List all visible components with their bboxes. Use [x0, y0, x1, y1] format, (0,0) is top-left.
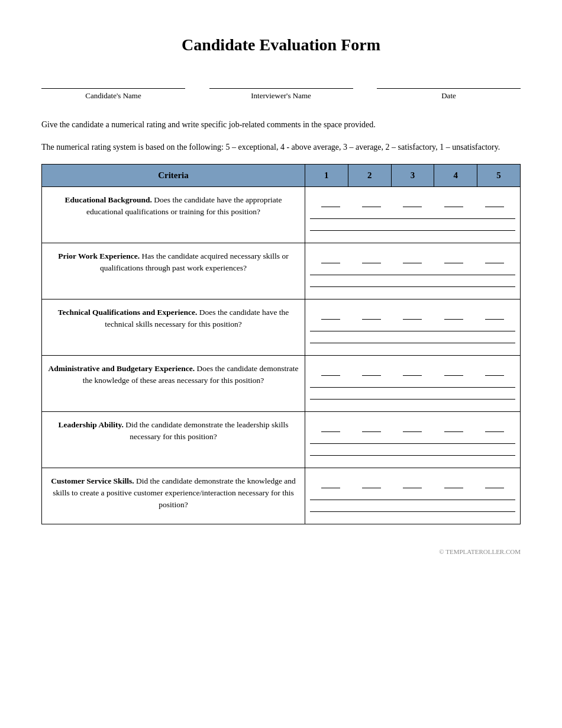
- rating-checkbox-4[interactable]: [444, 368, 463, 376]
- rating-checkbox-5[interactable]: [485, 424, 504, 432]
- rating-checkbox-2[interactable]: [362, 480, 381, 488]
- write-line-1: [310, 436, 515, 444]
- write-line-1: [310, 379, 515, 388]
- rating-checkbox-2[interactable]: [362, 199, 381, 207]
- instruction-1: Give the candidate a numerical rating an…: [41, 118, 521, 131]
- rating-checkbox-3[interactable]: [403, 424, 422, 432]
- rating-checkbox-1[interactable]: [321, 255, 340, 263]
- criteria-cell-customer-service: Customer Service Skills. Did the candida…: [42, 468, 305, 524]
- rating-checkbox-5[interactable]: [485, 311, 504, 320]
- header-criteria: Criteria: [42, 164, 305, 186]
- rating-checkbox-5[interactable]: [485, 255, 504, 263]
- date-field: Date: [377, 78, 521, 101]
- table-row: Technical Qualifications and Experience.…: [42, 299, 521, 355]
- rating-area-leadership-ability[interactable]: [305, 411, 520, 468]
- write-line-1: [310, 267, 515, 275]
- rating-checkbox-2[interactable]: [362, 424, 381, 432]
- interviewer-name-label: Interviewer's Name: [251, 91, 311, 101]
- rating-checkbox-3[interactable]: [403, 368, 422, 376]
- candidate-name-line: [41, 78, 185, 89]
- rating-checkbox-3[interactable]: [403, 255, 422, 263]
- fields-row: Candidate's Name Interviewer's Name Date: [41, 78, 521, 101]
- header-col2: 2: [348, 164, 391, 186]
- rating-checkbox-1[interactable]: [321, 480, 340, 488]
- criteria-cell-prior-work-experience: Prior Work Experience. Has the candidate…: [42, 243, 305, 299]
- candidate-name-label: Candidate's Name: [85, 91, 141, 101]
- rating-area-customer-service[interactable]: [305, 468, 520, 524]
- write-line-2: [310, 391, 515, 400]
- rating-area-administrative-budgetary[interactable]: [305, 355, 520, 411]
- write-line-2: [310, 223, 515, 231]
- candidate-name-field: Candidate's Name: [41, 78, 185, 101]
- rating-checkbox-5[interactable]: [485, 480, 504, 488]
- criteria-cell-administrative-budgetary: Administrative and Budgetary Experience.…: [42, 355, 305, 411]
- write-line-2: [310, 447, 515, 456]
- criteria-cell-educational-background: Educational Background. Does the candida…: [42, 186, 305, 243]
- table-header-row: Criteria 1 2 3 4 5: [42, 164, 521, 186]
- table-row: Educational Background. Does the candida…: [42, 186, 521, 243]
- rating-checkbox-4[interactable]: [444, 424, 463, 432]
- header-col1: 1: [305, 164, 348, 186]
- rating-checkbox-2[interactable]: [362, 368, 381, 376]
- table-row: Leadership Ability. Did the candidate de…: [42, 411, 521, 468]
- criteria-cell-leadership-ability: Leadership Ability. Did the candidate de…: [42, 411, 305, 468]
- rating-checkbox-2[interactable]: [362, 255, 381, 263]
- criteria-cell-technical-qualifications: Technical Qualifications and Experience.…: [42, 299, 305, 355]
- rating-checkbox-3[interactable]: [403, 311, 422, 320]
- rating-area-technical-qualifications[interactable]: [305, 299, 520, 355]
- header-col3: 3: [391, 164, 434, 186]
- write-line-1: [310, 492, 515, 500]
- header-col5: 5: [477, 164, 521, 186]
- rating-checkbox-1[interactable]: [321, 311, 340, 320]
- instruction-2: The numerical rating system is based on …: [41, 141, 521, 154]
- date-label: Date: [441, 91, 456, 101]
- interviewer-name-field: Interviewer's Name: [209, 78, 353, 101]
- write-line-1: [310, 323, 515, 331]
- rating-checkbox-1[interactable]: [321, 199, 340, 207]
- rating-checkbox-4[interactable]: [444, 199, 463, 207]
- write-line-2: [310, 279, 515, 287]
- rating-checkbox-1[interactable]: [321, 424, 340, 432]
- write-line-2: [310, 335, 515, 343]
- rating-checkbox-5[interactable]: [485, 368, 504, 376]
- write-line-1: [310, 211, 515, 219]
- write-line-2: [310, 504, 515, 512]
- page-title: Candidate Evaluation Form: [41, 36, 521, 54]
- rating-area-prior-work-experience[interactable]: [305, 243, 520, 299]
- rating-table: Criteria 1 2 3 4 5 Educational Backgroun…: [41, 164, 521, 524]
- rating-checkbox-4[interactable]: [444, 480, 463, 488]
- table-row: Administrative and Budgetary Experience.…: [42, 355, 521, 411]
- date-line: [377, 78, 521, 89]
- rating-checkbox-5[interactable]: [485, 199, 504, 207]
- copyright: © TEMPLATEROLLER.COM: [439, 548, 521, 555]
- rating-checkbox-2[interactable]: [362, 311, 381, 320]
- rating-checkbox-4[interactable]: [444, 255, 463, 263]
- footer: © TEMPLATEROLLER.COM: [41, 548, 521, 555]
- table-row: Prior Work Experience. Has the candidate…: [42, 243, 521, 299]
- table-row: Customer Service Skills. Did the candida…: [42, 468, 521, 524]
- interviewer-name-line: [209, 78, 353, 89]
- header-col4: 4: [434, 164, 477, 186]
- rating-checkbox-4[interactable]: [444, 311, 463, 320]
- rating-area-educational-background[interactable]: [305, 186, 520, 243]
- rating-checkbox-1[interactable]: [321, 368, 340, 376]
- rating-checkbox-3[interactable]: [403, 199, 422, 207]
- rating-checkbox-3[interactable]: [403, 480, 422, 488]
